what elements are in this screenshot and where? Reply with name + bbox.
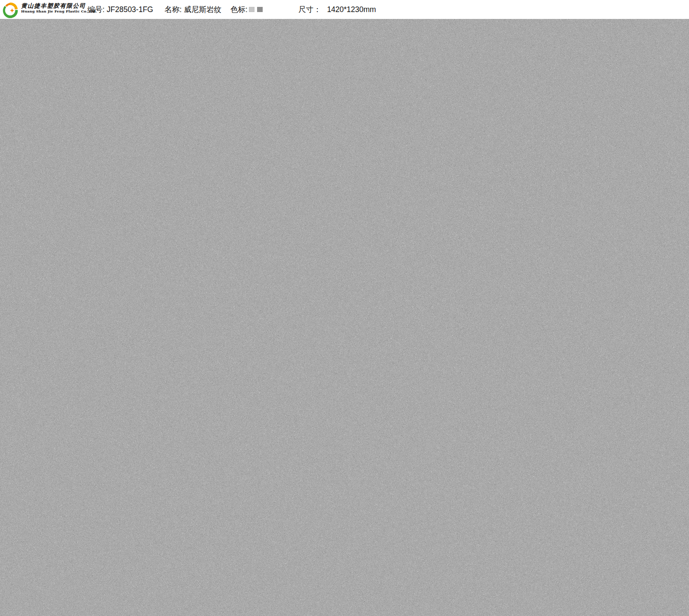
color-mark-label: 色标: — [230, 5, 248, 14]
product-name-value: 威尼斯岩纹 — [184, 5, 222, 14]
product-code-value: JF28503-1FG — [107, 5, 153, 14]
product-code-field: 编号: JF28503-1FG — [87, 0, 153, 19]
product-name-field: 名称: 威尼斯岩纹 — [164, 0, 221, 19]
company-name-block: 黄山捷丰塑胶有限公司 Huang Shan Jie Feng Plastic C… — [21, 2, 97, 14]
company-name-cn: 黄山捷丰塑胶有限公司 — [21, 2, 97, 9]
company-name-en: Huang Shan Jie Feng Plastic Co.,Ltd. — [21, 9, 97, 14]
texture-sample-surface — [0, 19, 689, 616]
size-value: 1420*1230mm — [327, 5, 376, 14]
company-logo-icon — [2, 1, 19, 18]
color-swatch-dark — [257, 7, 263, 12]
product-name-label: 名称: — [164, 5, 182, 14]
size-field: 尺寸： 1420*1230mm — [298, 0, 376, 19]
header-bar: 黄山捷丰塑胶有限公司 Huang Shan Jie Feng Plastic C… — [0, 0, 689, 19]
texture-sample-canvas — [0, 19, 689, 616]
size-label: 尺寸： — [298, 5, 321, 14]
color-mark-field: 色标: — [230, 0, 248, 19]
color-swatch-light — [249, 7, 254, 12]
product-code-label: 编号: — [87, 5, 105, 14]
